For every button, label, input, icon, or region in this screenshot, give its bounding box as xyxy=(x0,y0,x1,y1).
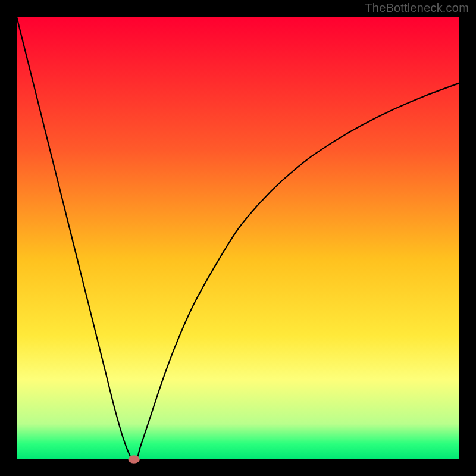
chart-frame: TheBottleneck.com xyxy=(0,0,476,476)
optimum-marker xyxy=(128,455,139,463)
bottleneck-chart xyxy=(0,0,476,476)
plot-background xyxy=(17,17,459,459)
watermark-label: TheBottleneck.com xyxy=(365,1,469,15)
